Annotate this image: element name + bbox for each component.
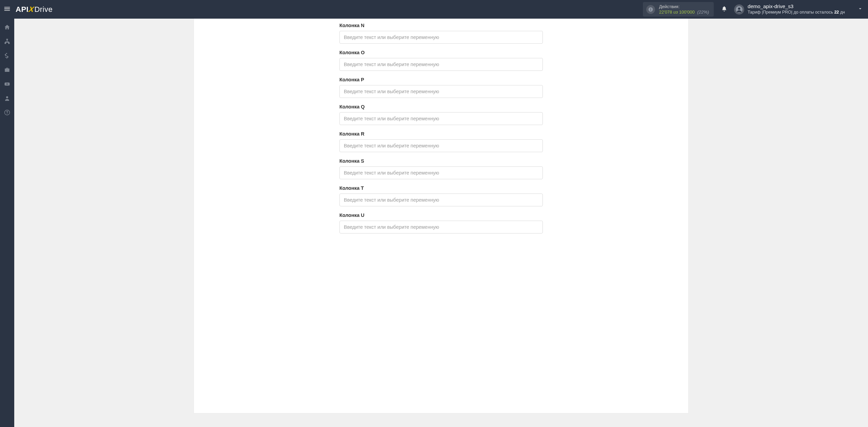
user-info: demo_apix-drive_s3 Тариф |Премиум PRO| д…: [748, 3, 845, 15]
svg-rect-1: [650, 9, 651, 11]
usage-box[interactable]: Действия: 22'078 из 100'000 (22%): [643, 2, 714, 17]
usage-total: 100'000: [679, 9, 695, 15]
field-block-u: Колонка U: [339, 212, 543, 233]
notifications-button[interactable]: [718, 4, 730, 15]
youtube-icon: [4, 81, 10, 88]
field-input-p[interactable]: [339, 85, 543, 98]
user-name: demo_apix-drive_s3: [748, 3, 845, 10]
form-sheet: Колонка NКолонка OКолонка PКолонка QКоло…: [194, 19, 689, 413]
field-block-o: Колонка O: [339, 50, 543, 71]
field-label-q: Колонка Q: [339, 104, 543, 109]
svg-point-4: [738, 7, 741, 10]
menu-toggle[interactable]: [0, 0, 14, 19]
field-input-s[interactable]: [339, 166, 543, 179]
brand-part1: API: [16, 5, 28, 14]
help-icon: [4, 109, 10, 117]
user-icon: [4, 95, 10, 103]
field-label-n: Колонка N: [339, 23, 543, 28]
sidebar-item-connections[interactable]: [0, 35, 14, 49]
usage-used: 22'078: [659, 9, 672, 15]
usage-sep: из: [673, 9, 678, 15]
sidebar-item-help[interactable]: [0, 106, 14, 120]
info-icon: [646, 5, 655, 14]
field-block-q: Колонка Q: [339, 104, 543, 125]
usage-values: 22'078 из 100'000 (22%): [659, 9, 709, 15]
avatar: [734, 4, 744, 15]
user-tariff: Тариф |Премиум PRO| до оплаты осталось 2…: [748, 10, 845, 15]
sitemap-icon: [4, 38, 10, 46]
form-area: Колонка NКолонка OКолонка PКолонка QКоло…: [339, 23, 543, 233]
usage-label: Действия:: [659, 4, 709, 9]
sidebar-item-billing[interactable]: [0, 49, 14, 63]
svg-point-6: [6, 96, 8, 98]
brand-part3: Drive: [34, 5, 53, 14]
field-label-s: Колонка S: [339, 158, 543, 164]
sidebar-item-video[interactable]: [0, 78, 14, 92]
usage-pct: (22%): [697, 9, 709, 15]
field-label-o: Колонка O: [339, 50, 543, 55]
bell-icon: [721, 6, 727, 13]
usage-text: Действия: 22'078 из 100'000 (22%): [659, 4, 709, 15]
field-label-p: Колонка P: [339, 77, 543, 82]
shell: Колонка NКолонка OКолонка PКолонка QКоло…: [0, 19, 868, 427]
field-input-n[interactable]: [339, 31, 543, 44]
field-block-n: Колонка N: [339, 23, 543, 44]
menu-icon: [3, 5, 11, 14]
field-input-q[interactable]: [339, 112, 543, 125]
field-block-r: Колонка R: [339, 131, 543, 152]
field-block-t: Колонка T: [339, 185, 543, 206]
svg-point-2: [650, 8, 651, 9]
field-input-u[interactable]: [339, 221, 543, 233]
tariff-suffix: дн: [839, 10, 845, 15]
brand-logo[interactable]: API X Drive: [16, 5, 53, 14]
field-block-s: Колонка S: [339, 158, 543, 179]
field-label-r: Колонка R: [339, 131, 543, 137]
user-menu-chevron[interactable]: [855, 4, 865, 15]
field-input-t[interactable]: [339, 194, 543, 206]
sidebar-rail: [0, 19, 14, 427]
home-icon: [4, 24, 10, 32]
field-label-u: Колонка U: [339, 212, 543, 218]
svg-point-8: [7, 114, 7, 114]
tariff-days: 22: [834, 10, 839, 15]
topbar: API X Drive Действия: 22'078 из 100'000 …: [0, 0, 868, 19]
briefcase-icon: [4, 67, 10, 74]
chevron-down-icon: [858, 6, 863, 13]
field-label-t: Колонка T: [339, 185, 543, 191]
dollar-icon: [4, 53, 10, 60]
sidebar-item-account[interactable]: [0, 92, 14, 106]
sidebar-item-workspace[interactable]: [0, 63, 14, 78]
user-menu[interactable]: demo_apix-drive_s3 Тариф |Премиум PRO| д…: [734, 3, 855, 15]
field-input-r[interactable]: [339, 139, 543, 152]
field-input-o[interactable]: [339, 58, 543, 71]
sidebar-item-home[interactable]: [0, 21, 14, 35]
tariff-prefix: Тариф |Премиум PRO| до оплаты осталось: [748, 10, 834, 15]
main-canvas[interactable]: Колонка NКолонка OКолонка PКолонка QКоло…: [14, 19, 868, 427]
field-block-p: Колонка P: [339, 77, 543, 98]
